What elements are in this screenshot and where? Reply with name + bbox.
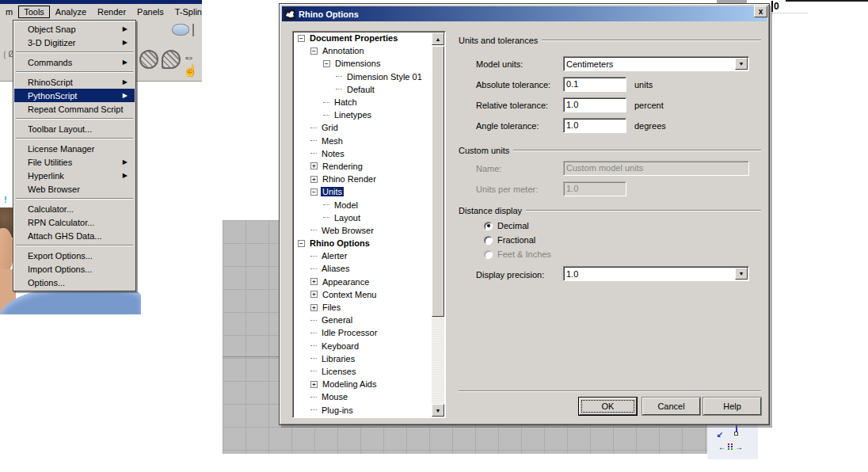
menu-item-3-d-digitizer[interactable]: 3-D Digitizer▶ (14, 36, 135, 49)
tree-item-grid[interactable]: Grid (293, 121, 445, 134)
model-units-select[interactable]: Centimeters ▼ (563, 56, 749, 71)
tree-item-notes[interactable]: Notes (293, 147, 445, 160)
menubar-item-analyze[interactable]: Analyze (50, 6, 92, 18)
clipped-number-text: 0 (771, 1, 779, 12)
tree-item-rendering[interactable]: +Rendering (293, 160, 445, 173)
menu-item-rpn-calculator[interactable]: RPN Calculator... (14, 215, 135, 229)
tree-connector (310, 320, 317, 321)
menu-item-pythonscript[interactable]: PythonScript▶ (14, 89, 135, 102)
collapse-icon[interactable]: − (310, 48, 318, 55)
tree-item-general[interactable]: General (293, 314, 445, 326)
scroll-up-icon[interactable]: ▲ (432, 32, 444, 45)
menubar-item-panels[interactable]: Panels (131, 6, 169, 18)
tree-item-appearance[interactable]: +Appearance (293, 276, 445, 288)
help-button[interactable]: Help (703, 398, 761, 415)
collapse-icon[interactable]: − (298, 35, 305, 42)
expand-icon[interactable]: + (310, 176, 318, 183)
collapse-icon[interactable]: − (298, 240, 305, 247)
tree-connector (310, 140, 317, 141)
collapse-icon[interactable]: − (323, 60, 330, 67)
tree-item-default[interactable]: Default (293, 83, 445, 96)
chevron-down-icon[interactable]: ▼ (735, 58, 748, 70)
menu-item-attach-ghs-data[interactable]: Attach GHS Data... (14, 229, 135, 242)
radio-decimal[interactable]: Decimal (484, 221, 529, 230)
collapse-icon[interactable]: − (310, 188, 318, 196)
dialog-title: Rhino Options (299, 10, 359, 19)
tree-item-layout[interactable]: Layout (293, 211, 445, 224)
scrollbar-thumb[interactable] (432, 46, 444, 317)
move-tool-icon[interactable]: ← → (718, 439, 745, 455)
cancel-button[interactable]: Cancel (642, 398, 700, 415)
tree-item-context-menu[interactable]: +Context Menu (293, 288, 445, 301)
ok-button[interactable]: OK (579, 398, 637, 415)
menubar-item-render[interactable]: Render (92, 6, 131, 18)
tree-item-document-properties[interactable]: −Document Properties (293, 32, 445, 44)
tree-item-dimensions[interactable]: −Dimensions (293, 57, 445, 70)
chevron-down-icon[interactable]: ▼ (735, 268, 748, 280)
menu-item-commands[interactable]: Commands▶ (14, 55, 135, 69)
menu-item-hyperlink[interactable]: Hyperlink▶ (14, 169, 135, 182)
tree-item-plug-ins[interactable]: Plug-ins (293, 403, 445, 416)
expand-icon[interactable]: + (310, 162, 318, 169)
menu-item-export-options[interactable]: Export Options... (14, 249, 135, 262)
display-precision-value: 1.0 (564, 269, 734, 279)
menu-item-label: PythonScript (28, 91, 123, 101)
angle-tolerance-label: Angle tolerance: (476, 121, 539, 131)
jar-tool-icon[interactable] (172, 24, 189, 36)
tree-item-dimension-style-01[interactable]: Dimension Style 01 (293, 70, 445, 83)
tree-item-alerter[interactable]: Alerter (293, 249, 445, 262)
hatch-circle-tool-icon[interactable] (139, 50, 158, 69)
menu-item-license-manager[interactable]: License Manager (14, 142, 135, 155)
tree-item-modeling-aids[interactable]: +Modeling Aids (293, 378, 445, 390)
tree-item-aliases[interactable]: Aliases (293, 262, 445, 275)
menu-item-calculator[interactable]: Calculator... (14, 202, 135, 215)
tree-connector (310, 230, 317, 230)
menu-item-import-options[interactable]: Import Options... (14, 262, 135, 276)
tree-item-web-browser[interactable]: Web Browser (293, 224, 445, 237)
expand-icon[interactable]: + (310, 381, 318, 388)
menu-item-options[interactable]: Options... (14, 276, 135, 289)
warning-icon: ! (4, 195, 7, 204)
menu-item-repeat-command-script[interactable]: Repeat Command Script (14, 102, 135, 116)
tree-item-keyboard[interactable]: Keyboard (293, 340, 445, 352)
expand-icon[interactable]: + (310, 304, 318, 311)
tree-item-mesh[interactable]: Mesh (293, 135, 445, 147)
tree-item-linetypes[interactable]: Linetypes (293, 108, 445, 121)
dialog-titlebar[interactable]: Rhino Options (282, 6, 767, 21)
tree-item-units[interactable]: −Units (293, 185, 445, 198)
tree-item-rhino-options[interactable]: −Rhino Options (293, 237, 445, 249)
submenu-arrow-icon: ▶ (123, 39, 128, 46)
tree-item-libraries[interactable]: Libraries (293, 352, 445, 365)
tree-item-label: Licenses (320, 367, 357, 376)
close-icon[interactable]: x (754, 6, 767, 17)
node-tool-icon[interactable] (192, 24, 202, 36)
display-precision-select[interactable]: 1.0 ▼ (563, 266, 749, 281)
menu-item-toolbar-layout[interactable]: Toolbar Layout... (14, 122, 135, 135)
tree-item-idle-processor[interactable]: Idle Processor (293, 326, 445, 339)
menubar-item-m[interactable]: m (0, 6, 18, 18)
tree-item-licenses[interactable]: Licenses (293, 365, 445, 378)
tree-item-files[interactable]: +Files (293, 301, 445, 314)
scroll-down-icon[interactable]: ▼ (432, 404, 444, 417)
menu-item-object-snap[interactable]: Object Snap▶ (14, 22, 135, 36)
menu-item-rhinoscript[interactable]: RhinoScript▶ (14, 75, 135, 89)
tree-scrollbar[interactable]: ▲ ▼ (432, 32, 444, 417)
hatch-blend-tool-icon[interactable] (162, 50, 181, 69)
menu-item-label: License Manager (28, 144, 128, 154)
menubar-item-t-splines[interactable]: T-Splines (169, 6, 202, 18)
angle-tolerance-field[interactable]: 1.0 (563, 118, 626, 133)
menubar-item-tools[interactable]: Tools (18, 6, 50, 18)
menu-item-web-browser[interactable]: Web Browser (14, 182, 135, 196)
relative-tolerance-field[interactable]: 1.0 (563, 97, 626, 112)
tree-item-mouse[interactable]: Mouse (293, 390, 445, 403)
tree-item-rhino-render[interactable]: +Rhino Render (293, 173, 445, 185)
absolute-tolerance-field[interactable]: 0.1 (563, 77, 626, 92)
dimension-hand-tool-icon[interactable]: ⇔☝ (183, 50, 202, 78)
tree-item-hatch[interactable]: Hatch (293, 96, 445, 108)
expand-icon[interactable]: + (310, 291, 318, 298)
expand-icon[interactable]: + (310, 278, 318, 285)
menu-item-file-utilities[interactable]: File Utilities▶ (14, 155, 135, 169)
radio-fractional[interactable]: Fractional (484, 235, 535, 245)
tree-item-annotation[interactable]: −Annotation (293, 44, 445, 57)
tree-item-model[interactable]: Model (293, 198, 445, 211)
